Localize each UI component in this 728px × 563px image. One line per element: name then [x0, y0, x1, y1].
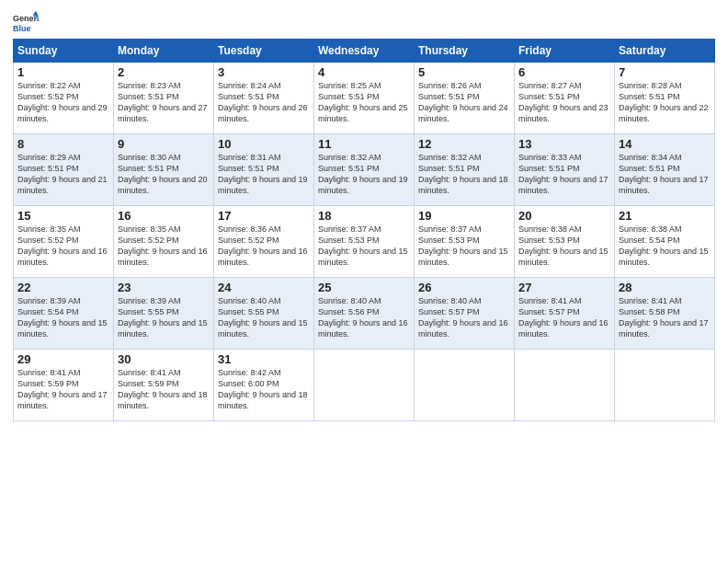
day-cell: 12Sunrise: 8:32 AMSunset: 5:51 PMDayligh… [415, 134, 515, 206]
day-cell: 2Sunrise: 8:23 AMSunset: 5:51 PMDaylight… [114, 63, 214, 134]
day-number: 19 [418, 209, 510, 223]
day-cell: 8Sunrise: 8:29 AMSunset: 5:51 PMDaylight… [14, 134, 114, 206]
day-cell: 6Sunrise: 8:27 AMSunset: 5:51 PMDaylight… [515, 63, 615, 134]
day-header-wednesday: Wednesday [314, 40, 415, 63]
cell-info: Sunrise: 8:35 AMSunset: 5:52 PMDaylight:… [118, 224, 208, 267]
day-header-monday: Monday [114, 40, 214, 63]
cell-info: Sunrise: 8:38 AMSunset: 5:54 PMDaylight:… [619, 224, 709, 267]
logo-bird-icon: General Blue [13, 9, 39, 35]
day-cell: 7Sunrise: 8:28 AMSunset: 5:51 PMDaylight… [615, 63, 715, 134]
day-cell: 21Sunrise: 8:38 AMSunset: 5:54 PMDayligh… [615, 206, 715, 278]
cell-info: Sunrise: 8:29 AMSunset: 5:51 PMDaylight:… [17, 153, 108, 195]
day-cell: 20Sunrise: 8:38 AMSunset: 5:53 PMDayligh… [515, 206, 615, 278]
day-cell: 18Sunrise: 8:37 AMSunset: 5:53 PMDayligh… [314, 206, 415, 278]
day-number: 3 [218, 65, 310, 79]
day-number: 30 [118, 352, 210, 366]
day-number: 10 [218, 137, 310, 151]
day-number: 13 [518, 137, 610, 151]
day-cell: 11Sunrise: 8:32 AMSunset: 5:51 PMDayligh… [314, 134, 415, 206]
day-cell: 23Sunrise: 8:39 AMSunset: 5:55 PMDayligh… [114, 278, 214, 350]
day-header-friday: Friday [515, 40, 615, 63]
cell-info: Sunrise: 8:25 AMSunset: 5:51 PMDaylight:… [318, 81, 408, 123]
day-cell: 10Sunrise: 8:31 AMSunset: 5:51 PMDayligh… [214, 134, 314, 206]
day-number: 4 [318, 65, 410, 79]
cell-info: Sunrise: 8:40 AMSunset: 5:55 PMDaylight:… [218, 296, 308, 339]
cell-info: Sunrise: 8:36 AMSunset: 5:52 PMDaylight:… [218, 224, 308, 267]
day-number: 31 [218, 352, 310, 366]
day-cell: 17Sunrise: 8:36 AMSunset: 5:52 PMDayligh… [214, 206, 314, 278]
day-cell: 24Sunrise: 8:40 AMSunset: 5:55 PMDayligh… [214, 278, 314, 350]
week-row-5: 29Sunrise: 8:41 AMSunset: 5:59 PMDayligh… [14, 350, 715, 421]
cell-info: Sunrise: 8:28 AMSunset: 5:51 PMDaylight:… [619, 81, 709, 123]
week-row-2: 8Sunrise: 8:29 AMSunset: 5:51 PMDaylight… [14, 134, 715, 206]
days-header-row: SundayMondayTuesdayWednesdayThursdayFrid… [14, 40, 715, 63]
day-cell: 22Sunrise: 8:39 AMSunset: 5:54 PMDayligh… [14, 278, 114, 350]
day-number: 26 [418, 281, 510, 294]
day-cell: 16Sunrise: 8:35 AMSunset: 5:52 PMDayligh… [114, 206, 214, 278]
day-number: 6 [518, 65, 610, 79]
day-number: 20 [518, 209, 610, 223]
day-cell: 3Sunrise: 8:24 AMSunset: 5:51 PMDaylight… [214, 63, 314, 134]
day-number: 22 [17, 281, 109, 294]
day-cell: 28Sunrise: 8:41 AMSunset: 5:58 PMDayligh… [615, 278, 715, 350]
day-number: 11 [318, 137, 410, 151]
week-row-3: 15Sunrise: 8:35 AMSunset: 5:52 PMDayligh… [14, 206, 715, 278]
cell-info: Sunrise: 8:22 AMSunset: 5:52 PMDaylight:… [17, 81, 108, 123]
day-number: 15 [17, 209, 109, 223]
day-cell: 1Sunrise: 8:22 AMSunset: 5:52 PMDaylight… [14, 63, 114, 134]
day-header-sunday: Sunday [14, 40, 114, 63]
day-cell: 31Sunrise: 8:42 AMSunset: 6:00 PMDayligh… [214, 350, 314, 421]
cell-info: Sunrise: 8:37 AMSunset: 5:53 PMDaylight:… [318, 224, 408, 267]
day-number: 18 [318, 209, 410, 223]
svg-text:Blue: Blue [13, 24, 31, 33]
cell-info: Sunrise: 8:30 AMSunset: 5:51 PMDaylight:… [118, 153, 208, 195]
day-number: 23 [118, 281, 210, 294]
cell-info: Sunrise: 8:39 AMSunset: 5:54 PMDaylight:… [17, 296, 108, 339]
cell-info: Sunrise: 8:35 AMSunset: 5:52 PMDaylight:… [17, 224, 108, 267]
header: General Blue [13, 9, 715, 35]
day-number: 27 [518, 281, 610, 294]
cell-info: Sunrise: 8:41 AMSunset: 5:59 PMDaylight:… [118, 368, 208, 410]
cell-info: Sunrise: 8:40 AMSunset: 5:56 PMDaylight:… [318, 296, 408, 339]
day-number: 21 [619, 209, 711, 223]
cell-info: Sunrise: 8:39 AMSunset: 5:55 PMDaylight:… [118, 296, 208, 339]
day-number: 1 [17, 65, 109, 79]
day-cell: 14Sunrise: 8:34 AMSunset: 5:51 PMDayligh… [615, 134, 715, 206]
day-number: 2 [118, 65, 210, 79]
cell-info: Sunrise: 8:23 AMSunset: 5:51 PMDaylight:… [118, 81, 208, 123]
day-header-tuesday: Tuesday [214, 40, 314, 63]
day-number: 24 [218, 281, 310, 294]
week-row-1: 1Sunrise: 8:22 AMSunset: 5:52 PMDaylight… [14, 63, 715, 134]
cell-info: Sunrise: 8:41 AMSunset: 5:58 PMDaylight:… [619, 296, 709, 339]
week-row-4: 22Sunrise: 8:39 AMSunset: 5:54 PMDayligh… [14, 278, 715, 350]
cell-info: Sunrise: 8:27 AMSunset: 5:51 PMDaylight:… [518, 81, 609, 123]
day-cell: 5Sunrise: 8:26 AMSunset: 5:51 PMDaylight… [415, 63, 515, 134]
cell-info: Sunrise: 8:31 AMSunset: 5:51 PMDaylight:… [218, 153, 308, 195]
cell-info: Sunrise: 8:34 AMSunset: 5:51 PMDaylight:… [619, 153, 709, 195]
cell-info: Sunrise: 8:37 AMSunset: 5:53 PMDaylight:… [418, 224, 508, 267]
day-cell: 4Sunrise: 8:25 AMSunset: 5:51 PMDaylight… [314, 63, 415, 134]
day-number: 5 [418, 65, 510, 79]
page-container: General Blue SundayMondayTuesdayWednesda… [0, 0, 728, 429]
cell-info: Sunrise: 8:24 AMSunset: 5:51 PMDaylight:… [218, 81, 308, 123]
day-cell: 26Sunrise: 8:40 AMSunset: 5:57 PMDayligh… [415, 278, 515, 350]
day-header-thursday: Thursday [415, 40, 515, 63]
day-number: 12 [418, 137, 510, 151]
day-cell: 29Sunrise: 8:41 AMSunset: 5:59 PMDayligh… [14, 350, 114, 421]
day-cell [615, 350, 715, 421]
day-number: 28 [619, 281, 711, 294]
cell-info: Sunrise: 8:40 AMSunset: 5:57 PMDaylight:… [418, 296, 508, 339]
day-number: 8 [17, 137, 109, 151]
logo: General Blue [13, 9, 39, 35]
day-cell: 15Sunrise: 8:35 AMSunset: 5:52 PMDayligh… [14, 206, 114, 278]
cell-info: Sunrise: 8:41 AMSunset: 5:59 PMDaylight:… [17, 368, 108, 410]
day-header-saturday: Saturday [615, 40, 715, 63]
day-cell: 27Sunrise: 8:41 AMSunset: 5:57 PMDayligh… [515, 278, 615, 350]
cell-info: Sunrise: 8:33 AMSunset: 5:51 PMDaylight:… [518, 153, 609, 195]
day-number: 29 [17, 352, 109, 366]
day-number: 9 [118, 137, 210, 151]
day-number: 7 [619, 65, 711, 79]
day-number: 17 [218, 209, 310, 223]
cell-info: Sunrise: 8:26 AMSunset: 5:51 PMDaylight:… [418, 81, 508, 123]
day-number: 16 [118, 209, 210, 223]
